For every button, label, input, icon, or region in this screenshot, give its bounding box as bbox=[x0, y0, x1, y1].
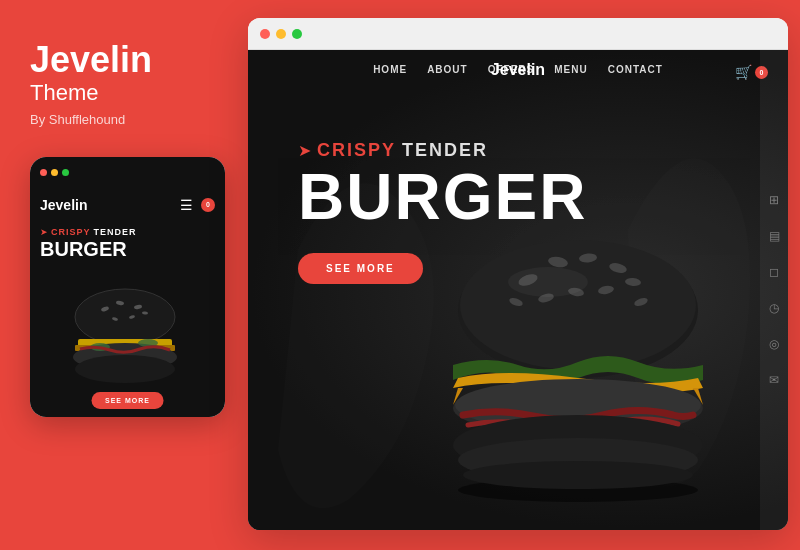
see-more-button[interactable]: SEE MORE bbox=[298, 253, 423, 284]
browser-dot-green[interactable] bbox=[292, 29, 302, 39]
sidebar-icon-grid[interactable]: ⊞ bbox=[764, 190, 784, 210]
svg-point-35 bbox=[463, 461, 693, 489]
mobile-burger-image bbox=[30, 282, 225, 402]
brand-title: Jevelin bbox=[30, 40, 152, 80]
mobile-hero-text: ➤ CRISPY TENDER BURGER bbox=[40, 227, 137, 259]
hero-crispy-text: CRISPY bbox=[317, 140, 396, 161]
brand-subtitle: Theme bbox=[30, 80, 98, 106]
mobile-cart-badge[interactable]: 0 bbox=[201, 198, 215, 212]
browser-logo: Jevelin bbox=[491, 61, 545, 79]
mobile-content: Jevelin ☰ 0 ➤ CRISPY TENDER BURGER bbox=[30, 189, 225, 417]
left-panel: Jevelin Theme By Shufflehound Jevelin ☰ … bbox=[0, 0, 245, 550]
browser-nav: Jevelin HOME ABOUT OFFERS MENU CONTACT 🛒… bbox=[248, 50, 788, 89]
sidebar-icons: ⊞ ▤ ◻ ◷ ◎ ✉ bbox=[760, 50, 788, 530]
svg-point-11 bbox=[75, 355, 175, 383]
sidebar-icon-globe[interactable]: ◎ bbox=[764, 334, 784, 354]
dot-green bbox=[62, 169, 69, 176]
nav-link-contact[interactable]: CONTACT bbox=[608, 64, 663, 75]
sidebar-icon-mail[interactable]: ✉ bbox=[764, 370, 784, 390]
sidebar-icon-layout[interactable]: ▤ bbox=[764, 226, 784, 246]
mobile-tender-text: TENDER bbox=[94, 227, 137, 237]
sidebar-icon-square[interactable]: ◻ bbox=[764, 262, 784, 282]
brand-by: By Shufflehound bbox=[30, 112, 125, 127]
mobile-mockup: Jevelin ☰ 0 ➤ CRISPY TENDER BURGER bbox=[30, 157, 225, 417]
mobile-nav-icons: ☰ 0 bbox=[180, 197, 215, 213]
mobile-dots bbox=[40, 169, 69, 176]
mobile-crispy-text: CRISPY bbox=[51, 227, 91, 237]
browser-dot-red[interactable] bbox=[260, 29, 270, 39]
browser-dot-yellow[interactable] bbox=[276, 29, 286, 39]
dot-yellow bbox=[51, 169, 58, 176]
nav-link-home[interactable]: HOME bbox=[373, 64, 407, 75]
browser-mockup: Jevelin HOME ABOUT OFFERS MENU CONTACT 🛒… bbox=[248, 18, 788, 530]
dot-red bbox=[40, 169, 47, 176]
sidebar-icon-clock[interactable]: ◷ bbox=[764, 298, 784, 318]
cart-icon: 🛒 bbox=[735, 64, 752, 80]
nav-link-about[interactable]: ABOUT bbox=[427, 64, 468, 75]
mobile-top-bar bbox=[30, 157, 225, 189]
mobile-see-more-button[interactable]: SEE MORE bbox=[91, 392, 164, 409]
hero-main-title: BURGER bbox=[298, 165, 587, 229]
hero-tender-text: TENDER bbox=[402, 140, 488, 161]
mobile-logo: Jevelin bbox=[40, 197, 87, 213]
mobile-nav: Jevelin ☰ 0 bbox=[30, 189, 225, 221]
mobile-burger-title: BURGER bbox=[40, 239, 137, 259]
hero-text: ➤ CRISPY TENDER BURGER SEE MORE bbox=[298, 140, 587, 284]
hamburger-icon[interactable]: ☰ bbox=[180, 197, 193, 213]
browser-top-bar bbox=[248, 18, 788, 50]
hero-crispy-line: ➤ CRISPY TENDER bbox=[298, 140, 587, 161]
browser-content: Jevelin HOME ABOUT OFFERS MENU CONTACT 🛒… bbox=[248, 50, 788, 530]
nav-link-menu[interactable]: MENU bbox=[554, 64, 587, 75]
arrow-icon: ➤ bbox=[298, 141, 311, 160]
